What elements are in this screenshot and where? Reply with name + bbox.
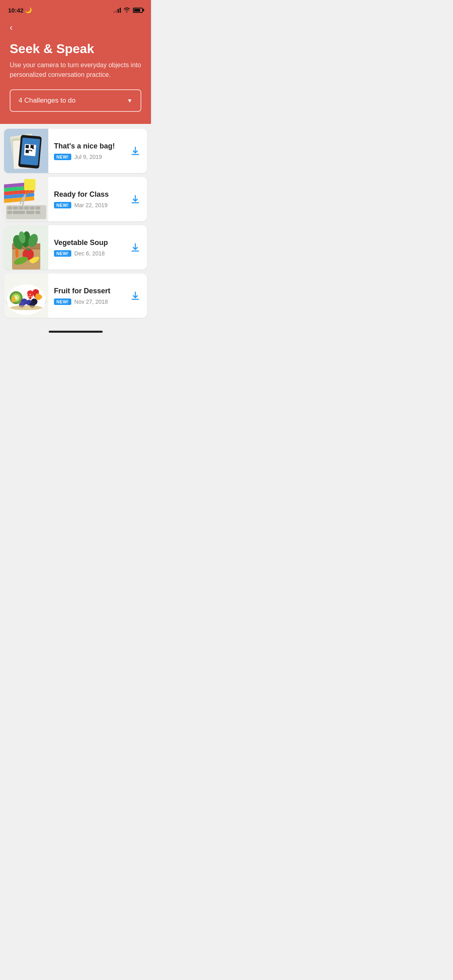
new-badge-class: NEW! <box>54 202 71 208</box>
card-date-class: Mar 22, 2019 <box>74 202 108 208</box>
new-badge-veggie: NEW! <box>54 250 71 257</box>
svg-rect-26 <box>35 211 40 214</box>
download-button-veggie[interactable] <box>124 243 147 252</box>
card-meta-bag: NEW! Jul 9, 2019 <box>54 154 118 160</box>
svg-rect-11 <box>27 146 28 148</box>
download-icon-class <box>131 195 140 204</box>
download-button-class[interactable] <box>124 195 147 204</box>
svg-point-49 <box>27 248 30 251</box>
download-icon-veggie <box>131 243 140 252</box>
svg-point-68 <box>10 305 42 310</box>
svg-rect-17 <box>7 206 12 210</box>
challenge-list: That's a nice bag! NEW! Jul 9, 2019 <box>0 124 151 323</box>
challenge-card-class: Ready for Class NEW! Mar 22, 2019 <box>4 177 147 221</box>
svg-rect-8 <box>25 150 29 153</box>
page-subtitle: Use your camera to turn everyday objects… <box>10 60 141 80</box>
back-arrow-icon: ‹ <box>10 23 12 33</box>
card-date-bag: Jul 9, 2019 <box>74 154 102 160</box>
card-title-veggie: Vegetable Soup <box>54 239 118 247</box>
svg-rect-22 <box>35 206 40 210</box>
svg-rect-38 <box>24 179 35 190</box>
card-content-fruit: Fruit for Dessert NEW! Nov 27, 2018 <box>48 280 124 312</box>
svg-rect-9 <box>30 145 34 148</box>
svg-rect-19 <box>19 206 23 210</box>
svg-rect-20 <box>24 206 29 210</box>
card-image-fruit <box>4 274 48 318</box>
home-indicator <box>0 323 151 337</box>
card-date-veggie: Dec 6, 2018 <box>74 250 105 257</box>
card-content-class: Ready for Class NEW! Mar 22, 2019 <box>48 184 124 215</box>
download-button-bag[interactable] <box>124 146 147 155</box>
status-bar: 10:42 🌙 <box>0 0 151 18</box>
challenge-card-fruit: Fruit for Dessert NEW! Nov 27, 2018 <box>4 274 147 318</box>
card-title-fruit: Fruit for Dessert <box>54 287 118 296</box>
svg-rect-18 <box>13 206 18 210</box>
battery-icon <box>133 8 143 13</box>
card-meta-fruit: NEW! Nov 27, 2018 <box>54 299 118 305</box>
svg-rect-21 <box>30 206 35 210</box>
card-content-bag: That's a nice bag! NEW! Jul 9, 2019 <box>48 136 124 167</box>
challenges-dropdown[interactable]: 4 Challenges to do ▼ <box>10 89 141 112</box>
class-image <box>4 177 48 221</box>
header-section: ‹ Seek & Speak Use your camera to turn e… <box>0 18 151 124</box>
time-label: 10:42 <box>8 7 23 14</box>
svg-point-61 <box>29 296 30 297</box>
chevron-down-icon: ▼ <box>127 97 132 104</box>
card-title-class: Ready for Class <box>54 190 118 199</box>
status-icons <box>114 7 143 14</box>
svg-rect-10 <box>31 150 32 151</box>
challenge-card-bag: That's a nice bag! NEW! Jul 9, 2019 <box>4 129 147 173</box>
moon-icon: 🌙 <box>25 7 32 13</box>
svg-rect-12 <box>29 150 31 151</box>
card-meta-class: NEW! Mar 22, 2019 <box>54 202 118 208</box>
download-button-fruit[interactable] <box>124 291 147 300</box>
card-date-fruit: Nov 27, 2018 <box>74 299 108 305</box>
new-badge-bag: NEW! <box>54 154 71 160</box>
bag-image <box>4 129 48 173</box>
fruit-image <box>4 274 48 318</box>
download-icon-bag <box>131 146 140 155</box>
new-badge-fruit: NEW! <box>54 299 71 305</box>
card-image-veggie <box>4 225 48 270</box>
card-image-bag <box>4 129 48 173</box>
svg-rect-23 <box>7 211 12 214</box>
status-time: 10:42 🌙 <box>8 7 32 14</box>
svg-rect-24 <box>13 211 25 214</box>
back-button[interactable]: ‹ <box>10 23 141 33</box>
page-title: Seek & Speak <box>10 41 141 56</box>
veggie-image <box>4 225 48 270</box>
wifi-icon <box>123 7 130 14</box>
card-title-bag: That's a nice bag! <box>54 142 118 151</box>
challenge-card-veggie: Vegetable Soup NEW! Dec 6, 2018 <box>4 225 147 270</box>
challenges-count: 4 Challenges to do <box>19 97 76 105</box>
svg-point-60 <box>31 296 32 298</box>
home-bar <box>49 331 103 333</box>
signal-icon <box>114 7 121 13</box>
card-image-class <box>4 177 48 221</box>
download-icon-fruit <box>131 291 140 300</box>
svg-point-59 <box>30 294 31 295</box>
svg-rect-25 <box>26 211 34 214</box>
card-content-veggie: Vegetable Soup NEW! Dec 6, 2018 <box>48 232 124 264</box>
card-meta-veggie: NEW! Dec 6, 2018 <box>54 250 118 257</box>
